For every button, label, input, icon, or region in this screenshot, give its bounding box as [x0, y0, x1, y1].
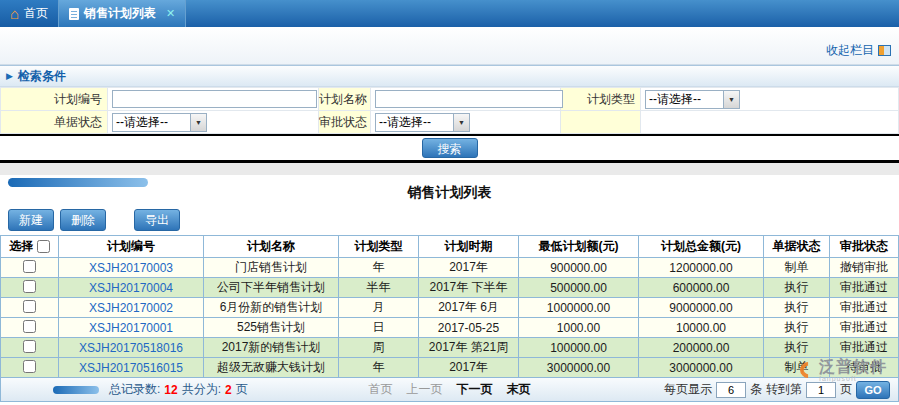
empty-field-cell	[641, 111, 899, 134]
cell-select	[1, 358, 59, 378]
footer-decoration-bar	[53, 386, 99, 394]
search-section-title: 检索条件	[18, 68, 66, 85]
plan-name-input[interactable]	[375, 90, 563, 108]
goto-page-unit: 页	[840, 381, 852, 398]
table-header-row: 选择计划编号计划名称计划类型计划时期最低计划额(元)计划总金额(元)单据状态审批…	[1, 236, 899, 258]
cell-approval-status: 审批通过	[830, 298, 899, 318]
column-header: 计划名称	[204, 236, 339, 258]
plan-number-link[interactable]: XSJH20170004	[89, 281, 173, 295]
cell-select	[1, 338, 59, 358]
tab-sales-plan-list-label: 销售计划列表	[84, 5, 156, 22]
table-row: XSJH201705180162017新的销售计划周2017年 第21周1000…	[1, 338, 899, 358]
go-button[interactable]: GO	[856, 381, 890, 399]
approval-status-select[interactable]: --请选择-- ▼	[375, 113, 470, 132]
column-header: 计划类型	[339, 236, 419, 258]
plan-number-link[interactable]: XSJH20170518016	[79, 341, 183, 355]
cell-min-amount: 3000000.00	[519, 358, 639, 378]
export-button[interactable]: 导出	[134, 209, 180, 231]
plan-number-link[interactable]: XSJH20170002	[89, 301, 173, 315]
cell-total-amount: 600000.00	[639, 278, 764, 298]
column-header-select: 选择	[1, 236, 59, 258]
tab-sales-plan-list[interactable]: 销售计划列表 ✕	[59, 0, 186, 27]
pagination-bar: 总记录数: 12 共分为: 2 页 首页 上一页 下一页 末页 每页显示 条 转…	[0, 378, 899, 402]
cell-min-amount: 100000.00	[519, 338, 639, 358]
total-pages-label: 共分为:	[182, 381, 221, 398]
cell-doc-status: 执行	[764, 298, 830, 318]
document-icon	[69, 8, 79, 20]
cell-plan-name: 6月份新的销售计划	[204, 298, 339, 318]
last-page-link[interactable]: 末页	[507, 381, 531, 398]
plan-type-select-value: --请选择--	[646, 91, 701, 108]
table-row: XSJH20170001525销售计划日2017-05-251000.00100…	[1, 318, 899, 338]
plan-number-link[interactable]: XSJH20170001	[89, 321, 173, 335]
row-checkbox[interactable]	[23, 280, 36, 293]
cell-plan-number: XSJH20170004	[59, 278, 204, 298]
total-records-label: 总记录数:	[109, 381, 160, 398]
cell-total-amount: 10000.00	[639, 318, 764, 338]
search-section-header: ▶ 检索条件	[0, 66, 899, 87]
row-checkbox[interactable]	[23, 340, 36, 353]
new-button[interactable]: 新建	[8, 209, 54, 231]
tab-home-label: 首页	[24, 5, 48, 22]
cell-min-amount: 900000.00	[519, 258, 639, 278]
cell-plan-type: 年	[339, 258, 419, 278]
page: ⌂ 首页 销售计划列表 ✕ 收起栏目 ▶ 检索条件 计划编号	[0, 0, 899, 405]
plan-number-input[interactable]	[112, 90, 317, 108]
per-page-input[interactable]	[716, 382, 746, 398]
section-arrow-icon: ▶	[6, 71, 13, 81]
column-header: 计划编号	[59, 236, 204, 258]
home-icon: ⌂	[10, 6, 19, 21]
cell-plan-type: 月	[339, 298, 419, 318]
vendor-logo-subtext: fanpusoft	[819, 375, 887, 383]
cell-min-amount: 1000000.00	[519, 298, 639, 318]
cell-select	[1, 298, 59, 318]
plan-name-field	[371, 88, 561, 111]
title-decoration-bar	[8, 178, 148, 187]
column-header: 最低计划额(元)	[519, 236, 639, 258]
total-records-value: 12	[164, 383, 177, 397]
row-checkbox[interactable]	[23, 300, 36, 313]
per-page-label: 每页显示	[664, 381, 712, 398]
select-all-checkbox[interactable]	[37, 240, 50, 253]
record-summary: 总记录数: 12 共分为: 2 页	[109, 381, 248, 398]
row-checkbox[interactable]	[23, 320, 36, 333]
cell-plan-name: 525销售计划	[204, 318, 339, 338]
cell-plan-name: 2017新的销售计划	[204, 338, 339, 358]
dropdown-arrow-icon: ▼	[723, 91, 739, 108]
cell-approval-status: 撤销审批	[830, 258, 899, 278]
column-header: 单据状态	[764, 236, 830, 258]
table-row: XSJH20170003门店销售计划年2017年900000.001200000…	[1, 258, 899, 278]
sales-plan-table: 选择计划编号计划名称计划类型计划时期最低计划额(元)计划总金额(元)单据状态审批…	[0, 235, 899, 378]
delete-button[interactable]: 删除	[60, 209, 106, 231]
approval-status-select-value: --请选择--	[376, 114, 431, 131]
next-page-link[interactable]: 下一页	[457, 381, 493, 398]
search-button[interactable]: 搜索	[422, 138, 478, 158]
cell-plan-period: 2017年 第21周	[419, 338, 519, 358]
plan-type-label: 计划类型	[561, 88, 641, 111]
row-checkbox[interactable]	[23, 260, 36, 273]
doc-status-label: 单据状态	[1, 111, 108, 134]
prev-page-link[interactable]: 上一页	[407, 381, 443, 398]
cell-doc-status: 执行	[764, 338, 830, 358]
row-checkbox[interactable]	[23, 360, 36, 373]
cell-plan-period: 2017-05-25	[419, 318, 519, 338]
plan-type-field: --请选择-- ▼	[641, 88, 899, 111]
cell-plan-type: 周	[339, 338, 419, 358]
plan-number-link[interactable]: XSJH20170003	[89, 261, 173, 275]
tab-home[interactable]: ⌂ 首页	[0, 0, 59, 27]
approval-status-field: --请选择-- ▼	[371, 111, 561, 134]
collapse-columns-link[interactable]: 收起栏目	[826, 42, 891, 59]
doc-status-select[interactable]: --请选择-- ▼	[112, 113, 207, 132]
plan-type-select[interactable]: --请选择-- ▼	[645, 90, 740, 109]
table-row: XSJH20170004公司下半年销售计划半年2017年 下半年500000.0…	[1, 278, 899, 298]
cell-plan-type: 年	[339, 358, 419, 378]
doc-status-select-value: --请选择--	[113, 114, 168, 131]
first-page-link[interactable]: 首页	[369, 381, 393, 398]
dropdown-arrow-icon: ▼	[190, 114, 206, 131]
plan-number-link[interactable]: XSJH20170516015	[79, 361, 183, 375]
cell-approval-status: 审批通过	[830, 318, 899, 338]
cell-select	[1, 278, 59, 298]
goto-page-input[interactable]	[806, 382, 836, 398]
cell-select	[1, 318, 59, 338]
close-tab-icon[interactable]: ✕	[166, 7, 175, 20]
